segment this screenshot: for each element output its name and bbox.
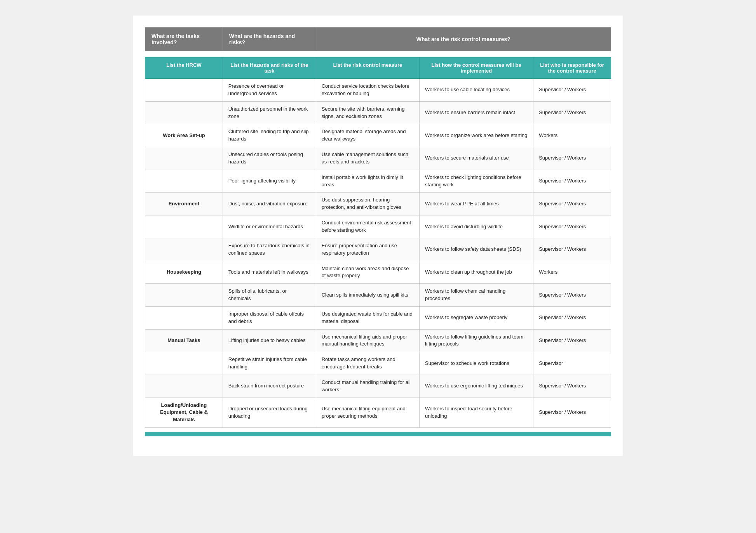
sub-header-hrcw: List the HRCW (145, 57, 223, 79)
cell-implement: Workers to use cable locating devices (420, 79, 533, 102)
cell-responsible: Supervisor / Workers (533, 375, 611, 398)
cell-control: Rotate tasks among workers and encourage… (316, 352, 419, 375)
cell-hrcw (145, 284, 223, 307)
cell-implement: Supervisor to schedule work rotations (420, 352, 533, 375)
sub-header-hazard: List the Hazards and risks of the task (223, 57, 316, 79)
table-row: Unauthorized personnel in the work zoneS… (145, 101, 611, 124)
table-row: Manual TasksLifting injuries due to heav… (145, 329, 611, 352)
cell-control: Maintain clean work areas and dispose of… (316, 261, 419, 284)
cell-hrcw (145, 170, 223, 193)
cell-hazard: Poor lighting affecting visibility (223, 170, 316, 193)
cell-responsible: Supervisor (533, 352, 611, 375)
sub-header-implement: List how the control measures will be im… (420, 57, 533, 79)
risk-assessment-table: What are the tasks involved? What are th… (145, 27, 611, 428)
cell-hrcw: Work Area Set-up (145, 124, 223, 147)
table-row: Spills of oils, lubricants, or chemicals… (145, 284, 611, 307)
top-header-col2: What are the hazards and risks? (223, 28, 316, 51)
cell-implement: Workers to follow chemical handling proc… (420, 284, 533, 307)
cell-hazard: Unauthorized personnel in the work zone (223, 101, 316, 124)
cell-control: Ensure proper ventilation and use respir… (316, 238, 419, 261)
cell-hazard: Wildlife or environmental hazards (223, 215, 316, 238)
table-row: Improper disposal of cable offcuts and d… (145, 306, 611, 329)
cell-control: Clean spills immediately using spill kit… (316, 284, 419, 307)
cell-implement: Workers to follow safety data sheets (SD… (420, 238, 533, 261)
cell-responsible: Supervisor / Workers (533, 306, 611, 329)
cell-responsible: Supervisor / Workers (533, 398, 611, 428)
cell-hrcw (145, 352, 223, 375)
table-row: EnvironmentDust, noise, and vibration ex… (145, 193, 611, 215)
cell-implement: Workers to organize work area before sta… (420, 124, 533, 147)
cell-responsible: Supervisor / Workers (533, 284, 611, 307)
cell-implement: Workers to follow lifting guidelines and… (420, 329, 533, 352)
sub-header-row: List the HRCW List the Hazards and risks… (145, 57, 611, 79)
cell-responsible: Supervisor / Workers (533, 170, 611, 193)
cell-hrcw: Loading/Unloading Equipment, Cable & Mat… (145, 398, 223, 428)
cell-responsible: Supervisor / Workers (533, 193, 611, 215)
cell-hrcw (145, 238, 223, 261)
cell-implement: Workers to avoid disturbing wildlife (420, 215, 533, 238)
cell-hrcw (145, 101, 223, 124)
cell-responsible: Supervisor / Workers (533, 215, 611, 238)
cell-implement: Workers to clean up throughout the job (420, 261, 533, 284)
cell-responsible: Workers (533, 124, 611, 147)
cell-control: Use dust suppression, hearing protection… (316, 193, 419, 215)
bottom-bar (145, 432, 611, 436)
sub-header-responsible: List who is responsible for the control … (533, 57, 611, 79)
top-header-row: What are the tasks involved? What are th… (145, 28, 611, 51)
cell-responsible: Supervisor / Workers (533, 79, 611, 102)
page-wrapper: What are the tasks involved? What are th… (133, 16, 623, 456)
top-header-col1: What are the tasks involved? (145, 28, 223, 51)
table-row: Unsecured cables or tools posing hazards… (145, 147, 611, 170)
cell-control: Conduct service location checks before e… (316, 79, 419, 102)
cell-hazard: Presence of overhead or underground serv… (223, 79, 316, 102)
table-row: Exposure to hazardous chemicals in confi… (145, 238, 611, 261)
table-row: Presence of overhead or underground serv… (145, 79, 611, 102)
table-row: Poor lighting affecting visibilityInstal… (145, 170, 611, 193)
table-row: Loading/Unloading Equipment, Cable & Mat… (145, 398, 611, 428)
cell-hazard: Tools and materials left in walkways (223, 261, 316, 284)
cell-implement: Workers to use ergonomic lifting techniq… (420, 375, 533, 398)
table-row: HousekeepingTools and materials left in … (145, 261, 611, 284)
cell-hazard: Spills of oils, lubricants, or chemicals (223, 284, 316, 307)
cell-hazard: Dropped or unsecured loads during unload… (223, 398, 316, 428)
cell-hazard: Lifting injuries due to heavy cables (223, 329, 316, 352)
top-header-col3: What are the risk control measures? (316, 28, 611, 51)
cell-responsible: Workers (533, 261, 611, 284)
cell-implement: Workers to check lighting conditions bef… (420, 170, 533, 193)
table-body: Presence of overhead or underground serv… (145, 79, 611, 428)
cell-hazard: Unsecured cables or tools posing hazards (223, 147, 316, 170)
cell-control: Secure the site with barriers, warning s… (316, 101, 419, 124)
cell-control: Use mechanical lifting aids and proper m… (316, 329, 419, 352)
cell-responsible: Supervisor / Workers (533, 238, 611, 261)
cell-control: Designate material storage areas and cle… (316, 124, 419, 147)
cell-hazard: Repetitive strain injuries from cable ha… (223, 352, 316, 375)
table-row: Wildlife or environmental hazardsConduct… (145, 215, 611, 238)
cell-hrcw (145, 375, 223, 398)
sub-header-control: List the risk control measure (316, 57, 419, 79)
cell-hrcw (145, 215, 223, 238)
cell-implement: Workers to secure materials after use (420, 147, 533, 170)
cell-implement: Workers to wear PPE at all times (420, 193, 533, 215)
table-row: Repetitive strain injuries from cable ha… (145, 352, 611, 375)
cell-control: Install portable work lights in dimly li… (316, 170, 419, 193)
spacer-row (145, 51, 611, 57)
cell-implement: Workers to inspect load security before … (420, 398, 533, 428)
cell-hazard: Improper disposal of cable offcuts and d… (223, 306, 316, 329)
cell-responsible: Supervisor / Workers (533, 329, 611, 352)
cell-hrcw (145, 147, 223, 170)
cell-control: Conduct manual handling training for all… (316, 375, 419, 398)
cell-hazard: Dust, noise, and vibration exposure (223, 193, 316, 215)
cell-hrcw: Environment (145, 193, 223, 215)
cell-control: Conduct environmental risk assessment be… (316, 215, 419, 238)
cell-responsible: Supervisor / Workers (533, 101, 611, 124)
table-row: Back strain from incorrect postureConduc… (145, 375, 611, 398)
cell-hazard: Back strain from incorrect posture (223, 375, 316, 398)
cell-hrcw (145, 79, 223, 102)
cell-control: Use designated waste bins for cable and … (316, 306, 419, 329)
cell-implement: Workers to ensure barriers remain intact (420, 101, 533, 124)
cell-control: Use mechanical lifting equipment and pro… (316, 398, 419, 428)
cell-hrcw: Manual Tasks (145, 329, 223, 352)
cell-implement: Workers to segregate waste properly (420, 306, 533, 329)
cell-hrcw (145, 306, 223, 329)
cell-control: Use cable management solutions such as r… (316, 147, 419, 170)
